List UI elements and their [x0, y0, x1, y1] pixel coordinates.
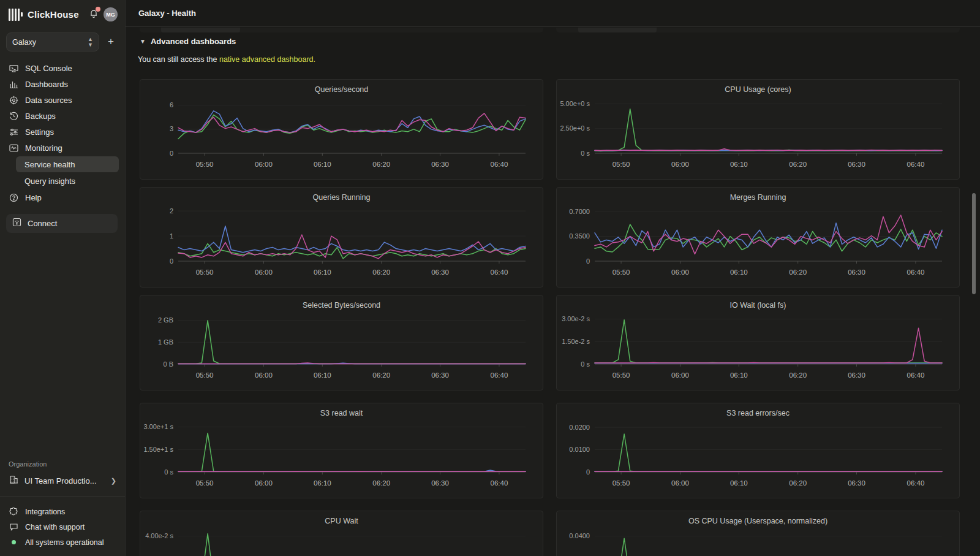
- svg-text:06:10: 06:10: [730, 268, 748, 276]
- sidebar-item-integrations[interactable]: Integrations: [0, 504, 125, 519]
- svg-text:06:40: 06:40: [491, 161, 508, 168]
- chart-card[interactable]: Queries Running01205:5006:0006:1006:2006…: [140, 187, 543, 288]
- notifications-button[interactable]: [89, 9, 99, 21]
- service-selector[interactable]: Galaxy ▲▼: [6, 32, 99, 51]
- sidebar-item-help[interactable]: Help: [0, 189, 125, 205]
- sidebar-item-monitoring[interactable]: Monitoring: [0, 140, 125, 156]
- svg-text:0: 0: [170, 150, 173, 157]
- puzzle-icon: [9, 507, 18, 516]
- svg-text:0: 0: [586, 468, 590, 476]
- chart-canvas: 01205:5006:0006:1006:2006:3006:40: [140, 188, 543, 287]
- svg-text:06:10: 06:10: [730, 161, 748, 168]
- series-line-green: [595, 538, 942, 556]
- svg-text:2: 2: [170, 207, 173, 215]
- svg-text:0: 0: [586, 257, 590, 265]
- chart-card[interactable]: S3 read wait0 s1.50e+1 s3.00e+1 s05:5006…: [140, 403, 543, 498]
- svg-text:0: 0: [170, 257, 173, 265]
- svg-text:2.50e+0 s: 2.50e+0 s: [560, 124, 590, 132]
- series-line-green: [595, 434, 942, 471]
- main-content: Galaxy - Health ▼ Advanced dashboards Yo…: [126, 0, 980, 556]
- sidebar-item-backups[interactable]: Backups: [0, 108, 125, 124]
- svg-text:1.50e-2 s: 1.50e-2 s: [562, 338, 590, 345]
- add-service-button[interactable]: +: [104, 36, 118, 49]
- brand-name: ClickHouse: [28, 9, 89, 20]
- svg-text:2 GB: 2 GB: [158, 316, 173, 324]
- chart-canvas: 0 s1.50e+1 s3.00e+1 s05:5006:0006:1006:2…: [140, 403, 543, 498]
- chart-card[interactable]: IO Wait (local fs)0 s1.50e-2 s3.00e-2 s0…: [556, 295, 960, 390]
- connect-label: Connect: [28, 219, 57, 228]
- svg-text:05:50: 05:50: [196, 268, 214, 276]
- scrolled-card-fragment: [140, 28, 543, 32]
- svg-text:06:20: 06:20: [372, 268, 390, 276]
- sidebar-item-label: Monitoring: [25, 143, 62, 153]
- native-dashboard-link[interactable]: native advanced dashboard.: [219, 55, 315, 64]
- svg-text:05:50: 05:50: [612, 371, 630, 379]
- svg-text:1.50e+1 s: 1.50e+1 s: [143, 446, 173, 453]
- system-status[interactable]: All systems operational: [0, 535, 125, 550]
- scrollbar-thumb[interactable]: [972, 193, 976, 294]
- sidebar-header: ClickHouse MG: [0, 0, 125, 28]
- sidebar-item-label: Help: [25, 193, 42, 202]
- svg-text:0.3500: 0.3500: [569, 232, 590, 240]
- svg-text:06:00: 06:00: [671, 161, 689, 168]
- svg-text:06:10: 06:10: [314, 479, 331, 487]
- svg-text:06:30: 06:30: [848, 371, 865, 379]
- clickhouse-logo-icon: [9, 9, 23, 21]
- chart-canvas: 0 s2.50e+0 s5.00e+0 s05:5006:0006:1006:2…: [557, 80, 959, 179]
- chart-card[interactable]: CPU Usage (cores)0 s2.50e+0 s5.00e+0 s05…: [556, 79, 960, 180]
- svg-text:06:30: 06:30: [848, 479, 865, 487]
- series-line-magenta: [178, 113, 526, 132]
- advanced-dashboards-toggle[interactable]: ▼ Advanced dashboards: [140, 37, 236, 46]
- chart-card[interactable]: S3 read errors/sec00.01000.020005:5006:0…: [556, 403, 960, 498]
- help-icon: [9, 193, 18, 202]
- svg-text:06:30: 06:30: [848, 161, 865, 168]
- svg-text:06:30: 06:30: [431, 479, 449, 487]
- svg-text:0.0100: 0.0100: [569, 446, 590, 453]
- svg-text:06:40: 06:40: [907, 371, 925, 379]
- sidebar-divider: [0, 496, 125, 497]
- sidebar-item-label: Query insights: [24, 177, 75, 186]
- sidebar-item-label: SQL Console: [25, 64, 72, 73]
- svg-text:0 s: 0 s: [581, 150, 590, 157]
- sidebar-item-query-insights[interactable]: Query insights: [16, 173, 119, 189]
- sidebar-item-sql-console[interactable]: SQL Console: [0, 60, 125, 76]
- chart-card[interactable]: CPU Wait0 s2.00e-2 s4.00e-2 s05:5006:000…: [140, 511, 543, 556]
- chart-card[interactable]: Selected Bytes/second0 B1 GB2 GB05:5006:…: [140, 295, 543, 390]
- chat-support-label: Chat with support: [25, 523, 85, 531]
- chat-bubble-icon: [9, 522, 18, 531]
- sidebar-item-label: Service health: [24, 160, 75, 169]
- sidebar-item-settings[interactable]: Settings: [0, 124, 125, 140]
- chart-canvas: 00.35000.700005:5006:0006:1006:2006:3006…: [557, 188, 959, 287]
- sidebar-item-label: Data sources: [25, 96, 72, 105]
- svg-text:06:40: 06:40: [491, 479, 508, 487]
- connect-icon: [12, 218, 21, 229]
- svg-text:0 s: 0 s: [581, 360, 590, 368]
- sidebar-item-chat-support[interactable]: Chat with support: [0, 519, 125, 535]
- connect-button[interactable]: Connect: [6, 214, 118, 233]
- sidebar-item-data-sources[interactable]: Data sources: [0, 92, 125, 108]
- organization-icon: [9, 475, 18, 487]
- notice-text: You can still access the: [138, 55, 219, 64]
- svg-text:6: 6: [170, 101, 173, 109]
- terminal-icon: [9, 64, 18, 73]
- page-header: Galaxy - Health: [126, 0, 980, 27]
- svg-text:06:20: 06:20: [789, 161, 807, 168]
- sidebar-item-service-health[interactable]: Service health: [16, 156, 119, 172]
- svg-text:06:20: 06:20: [789, 371, 807, 379]
- status-text: All systems operational: [25, 538, 104, 547]
- avatar[interactable]: MG: [104, 7, 118, 21]
- svg-text:05:50: 05:50: [612, 479, 630, 487]
- svg-text:06:30: 06:30: [431, 161, 449, 168]
- scrolled-chip-fragment: [161, 28, 240, 32]
- svg-text:06:20: 06:20: [372, 161, 390, 168]
- scrolled-card-fragment: [556, 28, 960, 32]
- svg-text:06:10: 06:10: [314, 371, 331, 379]
- chart-card[interactable]: Merges Running00.35000.700005:5006:0006:…: [556, 187, 960, 288]
- svg-text:06:30: 06:30: [848, 268, 865, 276]
- organization-switcher[interactable]: UI Team Productio... ❯: [0, 473, 125, 489]
- svg-text:5.00e+0 s: 5.00e+0 s: [560, 100, 590, 107]
- chart-card[interactable]: OS CPU Usage (Userspace, normalized)00.0…: [556, 511, 960, 556]
- chart-card[interactable]: Queries/second03605:5006:0006:1006:2006:…: [140, 79, 543, 180]
- chevron-down-icon: ▼: [140, 38, 146, 45]
- sidebar-item-dashboards[interactable]: Dashboards: [0, 76, 125, 92]
